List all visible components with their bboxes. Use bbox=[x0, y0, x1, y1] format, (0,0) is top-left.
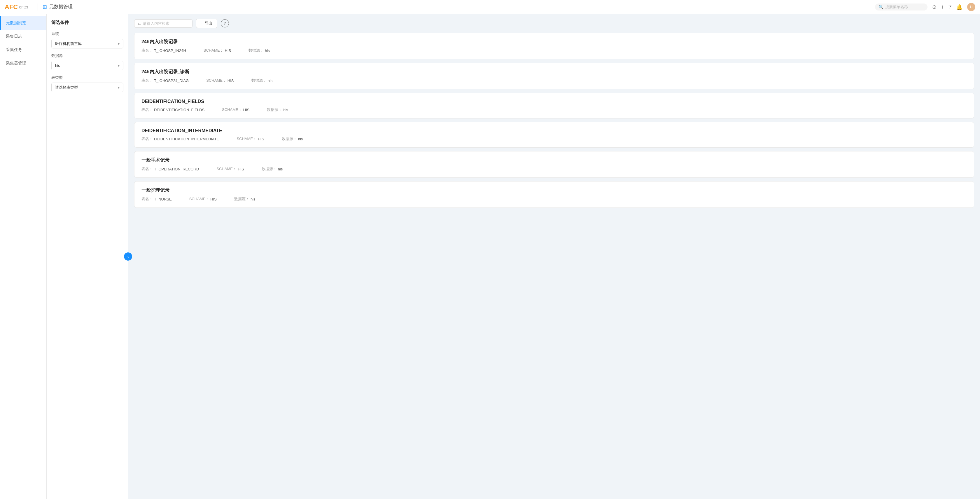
card-meta: 表名： T_IOHOSP24_DIAG SCHAME： HIS 数据源： his bbox=[142, 78, 967, 83]
datasource-meta-value: his bbox=[265, 48, 270, 53]
table-name-value: T_NURSE bbox=[154, 197, 172, 201]
datasource-meta-label: 数据源： bbox=[282, 136, 297, 142]
table-name-item: 表名： DEIDENTIFICATION_FIELDS bbox=[142, 107, 204, 112]
card-6[interactable]: 一般护理记录 表名： T_NURSE SCHAME： HIS 数据源： his bbox=[134, 181, 974, 208]
schema-value: HIS bbox=[228, 78, 234, 83]
datasource-item: 数据源： his bbox=[282, 136, 303, 142]
home-icon[interactable]: ⊙ bbox=[932, 4, 937, 10]
content-search-input[interactable] bbox=[143, 21, 192, 26]
card-3[interactable]: DEIDENTIFICATION_FIELDS 表名： DEIDENTIFICA… bbox=[134, 93, 974, 118]
header-search-box[interactable]: 🔍 bbox=[875, 3, 928, 11]
sidebar: 元数据浏览 采集日志 采集任务 采集器管理 bbox=[0, 14, 47, 499]
table-name-value: T_IOHOSP24_DIAG bbox=[154, 78, 189, 83]
main-layout: 元数据浏览 采集日志 采集任务 采集器管理 筛选条件 系统 医疗机构前置库 ▼ … bbox=[0, 14, 980, 499]
card-title: 24h内入出院记录_诊断 bbox=[142, 69, 967, 75]
app-logo: AFCenter bbox=[5, 3, 28, 11]
sidebar-item-metadata-browse[interactable]: 元数据浏览 bbox=[0, 16, 46, 30]
datasource-meta-value: his bbox=[251, 197, 256, 201]
table-name-value: DEIDENTIFICATION_FIELDS bbox=[154, 108, 204, 112]
schema-item: SCHAME： HIS bbox=[237, 136, 264, 142]
table-type-select[interactable]: 请选择表类型 bbox=[51, 83, 123, 92]
grid-icon: ⊞ bbox=[43, 4, 47, 10]
table-name-label: 表名： bbox=[142, 78, 153, 83]
search-icon: 🔍 bbox=[878, 5, 883, 10]
table-name-item: 表名： T_OPERATION_RECORD bbox=[142, 166, 199, 172]
datasource-item: 数据源： his bbox=[251, 78, 273, 83]
datasource-select[interactable]: his bbox=[51, 61, 123, 70]
card-meta: 表名： DEIDENTIFICATION_FIELDS SCHAME： HIS … bbox=[142, 107, 967, 112]
table-name-label: 表名： bbox=[142, 107, 153, 112]
help-button[interactable]: ? bbox=[221, 19, 229, 27]
schema-value: HIS bbox=[243, 108, 250, 112]
card-4[interactable]: DEIDENTIFICATION_INTERMEDIATE 表名： DEIDEN… bbox=[134, 122, 974, 148]
table-name-label: 表名： bbox=[142, 136, 153, 142]
datasource-meta-label: 数据源： bbox=[248, 48, 264, 53]
sidebar-item-collect-log[interactable]: 采集日志 bbox=[0, 30, 46, 43]
card-title: 一般手术记录 bbox=[142, 157, 967, 163]
table-name-value: DEIDENTIFICATION_INTERMEDIATE bbox=[154, 137, 219, 141]
system-select[interactable]: 医疗机构前置库 bbox=[51, 39, 123, 48]
card-title: DEIDENTIFICATION_INTERMEDIATE bbox=[142, 128, 967, 133]
card-1[interactable]: 24h内入出院记录 表名： T_IOHOSP_IN24H SCHAME： HIS… bbox=[134, 33, 974, 59]
schema-value: HIS bbox=[238, 167, 244, 171]
main-content: ⊏ ↑ 导出 ? 24h内入出院记录 表名： T_IOHOSP_IN24H SC… bbox=[128, 14, 980, 499]
schema-item: SCHAME： HIS bbox=[204, 48, 231, 53]
datasource-meta-value: his bbox=[268, 78, 273, 83]
filter-title: 筛选条件 bbox=[51, 20, 123, 26]
datasource-item: 数据源： his bbox=[262, 166, 283, 172]
card-title: 24h内入出院记录 bbox=[142, 39, 967, 45]
cards-container: 24h内入出院记录 表名： T_IOHOSP_IN24H SCHAME： HIS… bbox=[134, 33, 974, 208]
table-name-label: 表名： bbox=[142, 48, 153, 53]
card-5[interactable]: 一般手术记录 表名： T_OPERATION_RECORD SCHAME： HI… bbox=[134, 151, 974, 178]
bell-icon[interactable]: 🔔 bbox=[956, 4, 963, 10]
question-icon[interactable]: ? bbox=[948, 4, 951, 10]
table-name-label: 表名： bbox=[142, 166, 153, 172]
schema-label: SCHAME： bbox=[189, 196, 209, 202]
schema-label: SCHAME： bbox=[206, 78, 226, 83]
system-label: 系统 bbox=[51, 31, 123, 37]
upload-icon[interactable]: ↑ bbox=[941, 4, 944, 10]
card-meta: 表名： T_OPERATION_RECORD SCHAME： HIS 数据源： … bbox=[142, 166, 967, 172]
table-name-item: 表名： T_IOHOSP_IN24H bbox=[142, 48, 186, 53]
system-select-wrapper: 医疗机构前置库 ▼ bbox=[51, 39, 123, 48]
export-button[interactable]: ↑ 导出 bbox=[196, 19, 217, 28]
content-search-bar[interactable]: ⊏ bbox=[134, 19, 192, 28]
datasource-item: 数据源： his bbox=[267, 107, 288, 112]
schema-value: HIS bbox=[224, 48, 231, 53]
sidebar-item-collector-manage[interactable]: 采集器管理 bbox=[0, 57, 46, 70]
datasource-meta-value: his bbox=[283, 108, 288, 112]
header-right: 🔍 ⊙ ↑ ? 🔔 U bbox=[875, 3, 975, 11]
collapse-button[interactable]: ‹ bbox=[124, 252, 132, 261]
datasource-item: 数据源： his bbox=[234, 196, 256, 202]
schema-item: SCHAME： HIS bbox=[189, 196, 217, 202]
toolbar: ⊏ ↑ 导出 ? bbox=[134, 19, 974, 28]
schema-item: SCHAME： HIS bbox=[216, 166, 244, 172]
table-name-value: T_OPERATION_RECORD bbox=[154, 167, 199, 171]
table-name-item: 表名： DEIDENTIFICATION_INTERMEDIATE bbox=[142, 136, 219, 142]
card-meta: 表名： DEIDENTIFICATION_INTERMEDIATE SCHAME… bbox=[142, 136, 967, 142]
card-title: DEIDENTIFICATION_FIELDS bbox=[142, 99, 967, 104]
table-name-value: T_IOHOSP_IN24H bbox=[154, 48, 186, 53]
header-search-input[interactable] bbox=[885, 5, 920, 9]
schema-item: SCHAME： HIS bbox=[206, 78, 234, 83]
app-header: AFCenter ⊞ 元数据管理 🔍 ⊙ ↑ ? 🔔 U bbox=[0, 0, 980, 14]
schema-label: SCHAME： bbox=[216, 166, 237, 172]
table-name-item: 表名： T_NURSE bbox=[142, 196, 172, 202]
card-meta: 表名： T_IOHOSP_IN24H SCHAME： HIS 数据源： his bbox=[142, 48, 967, 53]
avatar[interactable]: U bbox=[967, 3, 975, 11]
card-meta: 表名： T_NURSE SCHAME： HIS 数据源： his bbox=[142, 196, 967, 202]
card-2[interactable]: 24h内入出院记录_诊断 表名： T_IOHOSP24_DIAG SCHAME：… bbox=[134, 63, 974, 89]
schema-label: SCHAME： bbox=[204, 48, 224, 53]
schema-value: HIS bbox=[258, 137, 264, 141]
sidebar-item-collect-task[interactable]: 采集任务 bbox=[0, 43, 46, 57]
table-type-label: 表类型 bbox=[51, 75, 123, 80]
filter-panel: 筛选条件 系统 医疗机构前置库 ▼ 数据源 his ▼ 表类型 请选择表类型 ▼… bbox=[47, 14, 128, 499]
datasource-meta-label: 数据源： bbox=[234, 196, 250, 202]
card-title: 一般护理记录 bbox=[142, 187, 967, 193]
header-icons: ⊙ ↑ ? 🔔 U bbox=[932, 3, 975, 11]
table-name-label: 表名： bbox=[142, 196, 153, 202]
logo-suffix: enter bbox=[19, 5, 28, 10]
datasource-meta-label: 数据源： bbox=[262, 166, 277, 172]
schema-label: SCHAME： bbox=[222, 107, 242, 112]
datasource-meta-value: his bbox=[298, 137, 303, 141]
